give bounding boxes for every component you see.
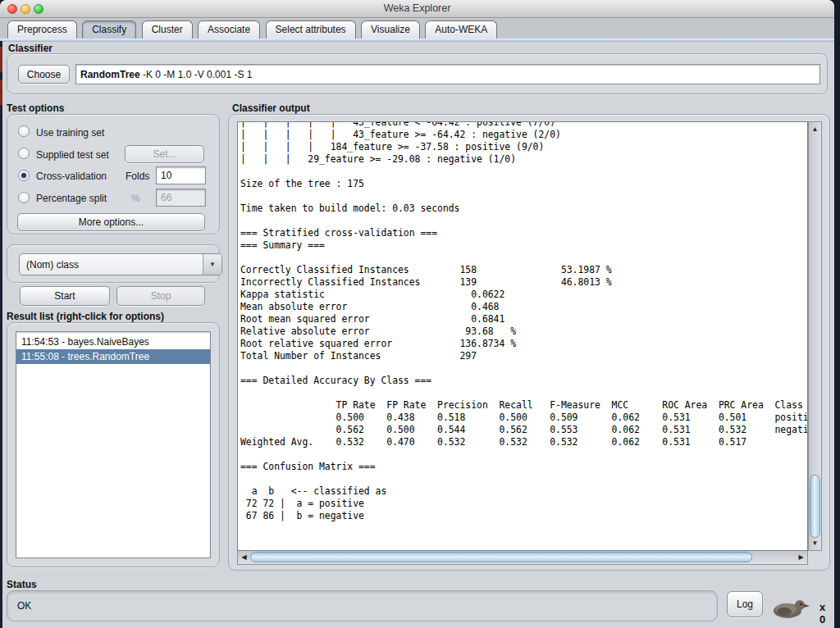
class-combobox[interactable]: (Nom) class ▼ [19, 253, 222, 275]
more-options-button[interactable]: More options... [17, 213, 205, 231]
result-listbox[interactable]: 11:54:53 - bayes.NaiveBayes 11:55:08 - t… [16, 331, 211, 558]
result-list-panel: 11:54:53 - bayes.NaiveBayes 11:55:08 - t… [7, 322, 220, 567]
desktop-edge-left [0, 41, 2, 628]
use-training-set-label: Use training set [36, 127, 104, 139]
log-button[interactable]: Log [727, 591, 763, 617]
percent-label: % [131, 193, 140, 204]
status-panel: OK [7, 590, 718, 621]
weka-explorer-window: Weka Explorer Preprocess Classify Cluste… [0, 0, 834, 628]
tab-cluster[interactable]: Cluster [142, 20, 193, 39]
tab-auto-weka[interactable]: Auto-WEKA [425, 20, 497, 39]
horizontal-scrollbar-thumb[interactable] [250, 552, 752, 562]
chevron-down-icon: ▼ [203, 254, 221, 275]
title-bar: Weka Explorer [0, 0, 834, 18]
desktop-edge-mark [0, 47, 2, 72]
radio-supplied-test-set[interactable] [18, 148, 30, 159]
scroll-right-icon[interactable]: ▶ [795, 551, 807, 563]
scroll-left-icon[interactable]: ◀ [238, 551, 250, 563]
radio-use-training-set[interactable] [18, 125, 30, 137]
result-list-section-label: Result list (right-click for options) [7, 311, 164, 322]
classifier-output-area: | | | | | 43_feature < -64.42 : positive… [228, 114, 830, 571]
result-item-naivebayes[interactable]: 11:54:53 - bayes.NaiveBayes [16, 334, 210, 349]
radio-cross-validation[interactable] [18, 170, 30, 181]
status-message: OK [17, 600, 31, 612]
scheme-name: RandomTree [80, 69, 140, 80]
status-section-label: Status [7, 579, 37, 590]
set-button: Set... [125, 145, 204, 163]
class-combobox-value: (Nom) class [20, 259, 203, 271]
weka-counter: x 0 [819, 601, 834, 626]
vertical-scrollbar[interactable]: ▲ ▼ [808, 121, 822, 551]
class-selector-panel: (Nom) class ▼ [7, 244, 220, 283]
stop-button: Stop [116, 286, 205, 306]
tab-select-attributes[interactable]: Select attributes [266, 20, 356, 39]
percentage-split-label: Percentage split [36, 193, 107, 204]
scheme-params: -K 0 -M 1.0 -V 0.001 -S 1 [140, 69, 253, 80]
supplied-test-set-label: Supplied test set [36, 149, 109, 161]
test-options-section-label: Test options [7, 102, 64, 114]
scroll-up-icon[interactable]: ▲ [809, 123, 821, 135]
tab-associate[interactable]: Associate [198, 20, 260, 39]
classifier-output-section-label: Classifier output [232, 102, 310, 114]
tab-visualize[interactable]: Visualize [361, 20, 420, 39]
scroll-down-icon[interactable]: ▼ [809, 537, 821, 549]
window-title: Weka Explorer [0, 2, 834, 14]
desktop-edge-mark [0, 80, 2, 105]
result-item-randomtree[interactable]: 11:55:08 - trees.RandomTree [16, 349, 210, 364]
classifier-section-label: Classifier [8, 43, 52, 54]
weka-bird-icon [769, 596, 812, 621]
percent-input: 66 [156, 189, 206, 207]
classifier-output-text: | | | | | 43_feature < -64.42 : positive… [238, 121, 807, 522]
folds-label: Folds [126, 171, 149, 182]
tab-classify[interactable]: Classify [82, 20, 136, 39]
tab-preprocess[interactable]: Preprocess [7, 20, 77, 39]
cross-validation-label: Cross-validation [36, 171, 107, 182]
choose-button[interactable]: Choose [18, 65, 70, 84]
tab-bar: Preprocess Classify Cluster Associate Se… [0, 18, 834, 39]
folds-input[interactable]: 10 [156, 166, 206, 184]
horizontal-scrollbar[interactable]: ◀ ▶ [237, 551, 808, 565]
start-button[interactable]: Start [20, 286, 110, 306]
classifier-scheme-field[interactable]: RandomTree -K 0 -M 1.0 -V 0.001 -S 1 [75, 64, 820, 84]
radio-percentage-split[interactable] [18, 192, 30, 203]
vertical-scrollbar-thumb[interactable] [810, 475, 820, 538]
classifier-output-textarea[interactable]: | | | | | 43_feature < -64.42 : positive… [237, 121, 808, 551]
